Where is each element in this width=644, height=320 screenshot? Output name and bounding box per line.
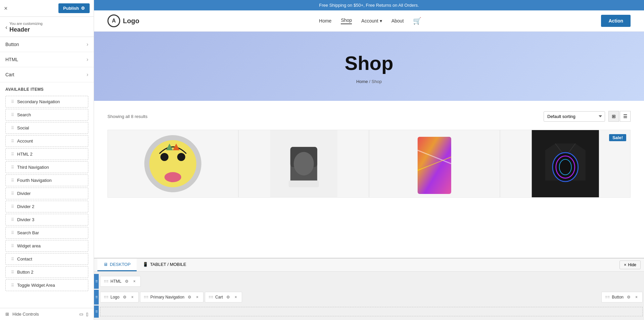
shop-hero: Shop Home / Shop — [94, 32, 644, 101]
html-remove-button[interactable]: × — [132, 278, 137, 284]
product-image-3 — [369, 130, 500, 197]
cart-icon[interactable]: 🛒 — [413, 17, 421, 25]
publish-button[interactable]: Publish ⚙ — [58, 3, 90, 13]
drag-handle-icon: ⠿ — [11, 270, 14, 275]
product-card-2[interactable] — [238, 130, 369, 198]
row-1-items: ⠿⠿ HTML ⚙ × — [99, 275, 644, 288]
hide-controls-bar[interactable]: ⊞ Hide Controls ▭ ▯ — [0, 308, 94, 320]
tab-tablet-mobile[interactable]: 📱 TABLET / MOBILE — [137, 258, 192, 271]
tabs-left: 🖥 DESKTOP 📱 TABLET / MOBILE — [97, 258, 192, 271]
close-button[interactable]: × — [4, 5, 8, 11]
product-card-1[interactable] — [107, 130, 238, 198]
list-view-button[interactable]: ☰ — [620, 111, 631, 122]
drag-item-search-bar[interactable]: ⠿Search Bar — [5, 227, 88, 239]
button-remove-button[interactable]: × — [634, 294, 639, 300]
cart-remove-button[interactable]: × — [233, 294, 238, 300]
drag-item-fourth-nav[interactable]: ⠿Fourth Navigation — [5, 174, 88, 186]
back-button[interactable]: ‹ — [5, 24, 7, 31]
builder-row-3: ⠿ — [94, 306, 644, 318]
tab-desktop[interactable]: 🖥 DESKTOP — [97, 258, 137, 271]
drag-item-divider2[interactable]: ⠿Divider 2 — [5, 201, 88, 212]
drag-handle-icon: ⠿ — [11, 231, 14, 235]
announcement-bar: Free Shipping on $50+, Free Returns on A… — [94, 0, 644, 10]
drag-item-widget-area[interactable]: ⠿Widget area — [5, 240, 88, 252]
product-image-1 — [108, 130, 238, 197]
svg-point-3 — [177, 153, 185, 161]
panel-row-cart[interactable]: Cart › — [0, 67, 94, 82]
drag-item-social[interactable]: ⠿Social — [5, 122, 88, 134]
drag-item-search[interactable]: ⠿Search — [5, 109, 88, 121]
builder-row-1: ⠿ ⠿⠿ HTML ⚙ × — [94, 274, 644, 289]
nav-item-about[interactable]: About — [392, 18, 404, 24]
bottom-panel: 🖥 DESKTOP 📱 TABLET / MOBILE × Hide ⠿ ⠿⠿ … — [94, 258, 644, 320]
tablet-icon: ▭ — [79, 312, 83, 317]
sort-select[interactable]: Default sorting Sort by popularity Sort … — [544, 111, 605, 122]
primary-nav-remove-button[interactable]: × — [195, 294, 200, 300]
sort-area: Default sorting Sort by popularity Sort … — [544, 111, 631, 122]
chevron-right-icon: › — [87, 41, 88, 47]
row-2-items: ⠿⠿ Logo ⚙ × ⠿⠿ Primary Navigation ⚙ × ⠿⠿… — [99, 290, 644, 304]
mobile-icon: ▯ — [86, 312, 88, 317]
drag-handle-icon: ⠿ — [11, 113, 14, 117]
panel-row-label: Button — [5, 42, 19, 47]
button-settings-button[interactable]: ⚙ — [626, 294, 632, 300]
shop-content: Showing all 8 results Default sorting So… — [94, 101, 644, 204]
svg-rect-13 — [418, 137, 451, 194]
customizer-panel: × Publish ⚙ ‹ You are customizing Header… — [0, 0, 94, 320]
builder-item-button: ⠿⠿ Button ⚙ × — [601, 292, 643, 303]
panel-sections: Button › HTML › Cart › — [0, 37, 94, 82]
drag-item-secondary-nav[interactable]: ⠿Secondary Navigation — [5, 96, 88, 108]
customizing-label: You are customizing — [9, 22, 43, 26]
grid-view-button[interactable]: ⊞ — [608, 111, 619, 122]
drag-item-divider3[interactable]: ⠿Divider 3 — [5, 214, 88, 226]
hide-controls-icon: ⊞ — [5, 312, 9, 317]
logo-remove-button[interactable]: × — [130, 294, 135, 300]
logo-settings-button[interactable]: ⚙ — [122, 294, 128, 300]
builder-item-cart: ⠿⠿ Cart ⚙ × — [205, 292, 242, 303]
drag-item-button2[interactable]: ⠿Button 2 — [5, 266, 88, 278]
drag-item-html2[interactable]: ⠿HTML 2 — [5, 148, 88, 160]
breadcrumb: Home / Shop — [101, 79, 637, 84]
svg-point-4 — [165, 172, 181, 182]
announcement-text: Free Shipping on $50+, Free Returns on A… — [319, 3, 419, 8]
panel-row-html[interactable]: HTML › — [0, 52, 94, 67]
primary-nav-settings-button[interactable]: ⚙ — [186, 294, 193, 300]
nav-item-shop[interactable]: Shop — [341, 17, 352, 24]
drag-item-contact[interactable]: ⠿Contact — [5, 253, 88, 265]
nav-item-account[interactable]: Account ▾ — [361, 18, 382, 24]
cart-settings-button[interactable]: ⚙ — [225, 294, 231, 300]
tabs-bar: 🖥 DESKTOP 📱 TABLET / MOBILE × Hide — [94, 258, 644, 272]
item-drag-icon: ⠿⠿ — [605, 295, 610, 299]
product-card-4[interactable]: Sale! — [500, 130, 631, 198]
builder-item-primary-nav: ⠿⠿ Primary Navigation ⚙ × — [140, 292, 203, 303]
drag-item-toggle-widget[interactable]: ⠿Toggle Widget Area — [5, 279, 88, 291]
logo-text: Logo — [123, 17, 139, 25]
html-settings-button[interactable]: ⚙ — [124, 278, 130, 284]
site-header: A Logo Home Shop Account ▾ About 🛒 Actio… — [94, 10, 644, 32]
results-count: Showing all 8 results — [107, 114, 147, 119]
drag-handle-icon: ⠿ — [11, 257, 14, 262]
drag-item-third-nav[interactable]: ⠿Third Navigation — [5, 161, 88, 173]
hide-x-icon: × — [624, 263, 626, 267]
builder-row-2: ⠿ ⠿⠿ Logo ⚙ × ⠿⠿ Primary Navigation ⚙ × … — [94, 290, 644, 305]
product-grid: Sale! — [107, 130, 631, 198]
nav-item-home[interactable]: Home — [319, 18, 331, 24]
empty-drop-zone[interactable] — [100, 307, 643, 316]
panel-row-button[interactable]: Button › — [0, 37, 94, 52]
drag-item-divider[interactable]: ⠿Divider — [5, 188, 88, 199]
breadcrumb-separator: / — [369, 79, 371, 84]
drag-item-account[interactable]: ⠿Account — [5, 135, 88, 147]
row-handle-2[interactable]: ⠿ — [94, 290, 99, 305]
hide-button[interactable]: × Hide — [619, 261, 641, 269]
action-button[interactable]: Action — [601, 15, 631, 27]
breadcrumb-home-link[interactable]: Home — [356, 79, 368, 84]
row-handle-3[interactable]: ⠿ — [94, 306, 99, 318]
logo-circle: A — [107, 14, 120, 27]
main-nav: Home Shop Account ▾ About 🛒 — [319, 17, 421, 25]
product-card-3[interactable] — [369, 130, 500, 198]
header-right: Action — [601, 15, 631, 27]
panel-row-label: Cart — [5, 72, 14, 77]
row-handle-1[interactable]: ⠿ — [94, 274, 99, 289]
drag-handle-icon: ⠿ — [11, 217, 14, 222]
product-image-4 — [500, 130, 631, 197]
